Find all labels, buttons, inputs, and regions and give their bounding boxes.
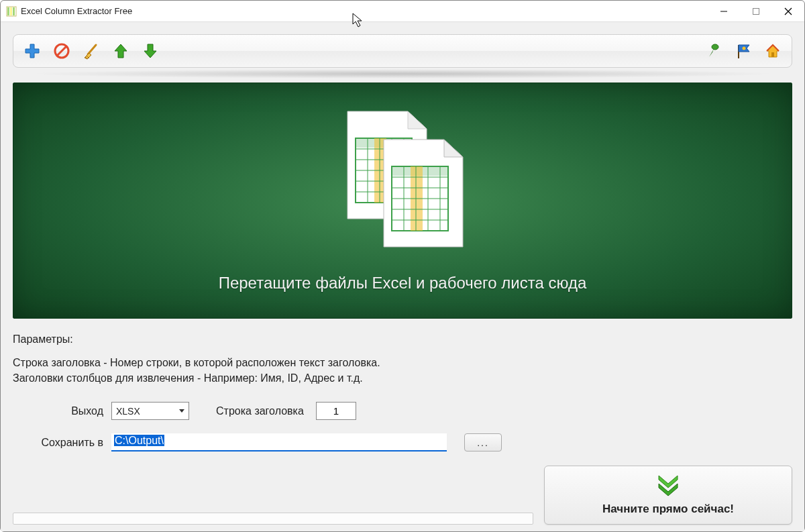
- close-button[interactable]: [772, 1, 804, 22]
- toolbar-shadow: [26, 69, 779, 78]
- save-label: Сохранить в: [13, 437, 103, 449]
- header-row-input[interactable]: [316, 402, 356, 420]
- output-format-value: XLSX: [116, 406, 140, 417]
- save-path-value: C:\Output\: [114, 435, 164, 446]
- toolbar-wrap: [13, 34, 792, 83]
- dropzone-text: Перетащите файлы Excel и рабочего листа …: [219, 274, 587, 292]
- svg-rect-2: [10, 7, 12, 15]
- excel-files-icon: [335, 109, 470, 250]
- up-arrow-icon[interactable]: [111, 42, 130, 60]
- forbidden-icon[interactable]: [52, 42, 71, 60]
- toolbar: [13, 34, 792, 68]
- start-button[interactable]: Начните прямо сейчас!: [544, 466, 792, 525]
- browse-label: ...: [477, 437, 489, 448]
- desc-line-2: Заголовки столбцов для извлечения - Напр…: [13, 370, 792, 386]
- footer: Начните прямо сейчас!: [13, 466, 792, 525]
- window-body: Перетащите файлы Excel и рабочего листа …: [1, 22, 804, 531]
- window-title: Excel Column Extractor Free: [21, 6, 132, 16]
- svg-point-15: [743, 47, 746, 50]
- svg-rect-3: [13, 7, 15, 15]
- app-window: Excel Column Extractor Free: [0, 0, 805, 532]
- params-description: Строка заголовка - Номер строки, в котор…: [13, 355, 792, 386]
- app-icon: [6, 6, 17, 17]
- browse-button[interactable]: ...: [464, 433, 502, 451]
- svg-point-13: [712, 44, 718, 50]
- params-section: Параметры: Строка заголовка - Номер стро…: [13, 333, 792, 465]
- start-label: Начните прямо сейчас!: [602, 502, 734, 516]
- down-arrow-icon[interactable]: [141, 42, 160, 60]
- header-row-label: Строка заголовка: [216, 405, 304, 417]
- home-icon[interactable]: [763, 42, 782, 60]
- flag-icon[interactable]: [734, 42, 753, 60]
- chevrons-down-icon: [655, 474, 682, 497]
- svg-line-9: [57, 46, 66, 56]
- titlebar: Excel Column Extractor Free: [1, 1, 804, 22]
- output-label: Выход: [13, 405, 103, 417]
- save-path-input[interactable]: C:\Output\: [111, 433, 447, 451]
- svg-rect-16: [771, 52, 774, 57]
- save-row: Сохранить в C:\Output\ ...: [13, 433, 792, 451]
- progress-bar: [13, 513, 533, 525]
- broom-icon[interactable]: [82, 42, 101, 60]
- desc-line-1: Строка заголовка - Номер строки, в котор…: [13, 355, 792, 370]
- minimize-button[interactable]: [708, 1, 740, 22]
- maximize-button[interactable]: [740, 1, 772, 22]
- svg-rect-1: [7, 7, 9, 15]
- params-heading: Параметры:: [13, 333, 792, 345]
- output-format-select[interactable]: XLSX: [111, 402, 189, 420]
- svg-rect-5: [753, 8, 759, 14]
- add-icon[interactable]: [23, 42, 42, 60]
- output-row: Выход XLSX Строка заголовка: [13, 402, 792, 420]
- pin-icon[interactable]: [704, 42, 723, 60]
- dropzone[interactable]: Перетащите файлы Excel и рабочего листа …: [13, 83, 792, 319]
